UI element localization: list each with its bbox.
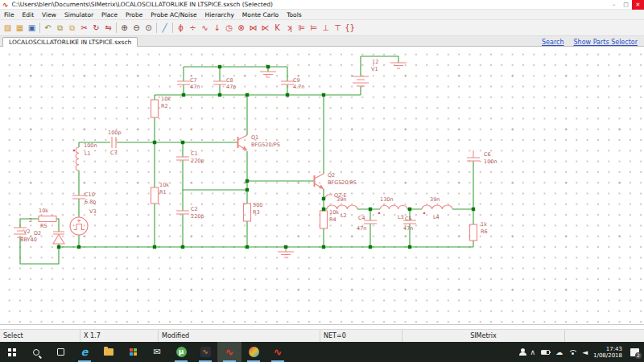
capacitor-C6[interactable] — [467, 150, 480, 161]
clock-time: 17:43 — [606, 346, 622, 352]
schematic-drawing[interactable]: C747nC847pC94.7n12V110kR2100pC3100nL1C10… — [0, 47, 644, 324]
search-link[interactable]: Search — [542, 39, 564, 46]
zoom-area-icon[interactable]: ⊙ — [142, 22, 155, 35]
mirror-icon[interactable]: ⇋ — [102, 22, 114, 35]
task-view-button[interactable] — [48, 342, 72, 362]
menu-place[interactable]: Place — [97, 11, 122, 19]
store-icon-glyph — [130, 348, 133, 352]
capacitor-C2[interactable] — [176, 211, 189, 214]
chevron-up-icon[interactable]: ∧ — [530, 348, 536, 356]
inductor-L1[interactable] — [73, 147, 79, 171]
label-V2: V2 — [23, 228, 31, 235]
people-icon[interactable] — [521, 348, 525, 352]
current-source-tool-icon[interactable]: ↓ — [211, 22, 223, 35]
network-icon[interactable] — [568, 350, 576, 355]
resistor-R1[interactable] — [151, 187, 159, 204]
ground-symbol-top[interactable] — [260, 72, 276, 77]
label-130n: 130n — [380, 196, 394, 203]
menu-hierarchy[interactable]: Hierarchy — [201, 11, 238, 19]
port-tool-icon[interactable]: ⊨ — [308, 22, 320, 35]
braces-tool-icon[interactable]: {} — [344, 22, 356, 35]
resistor-R3[interactable] — [244, 204, 251, 221]
capacitor-C1[interactable] — [176, 157, 189, 160]
rotate-icon[interactable]: ↻ — [90, 22, 102, 35]
menu-edit[interactable]: Edit — [19, 11, 39, 19]
capacitor-C9[interactable] — [281, 81, 294, 84]
menu-file[interactable]: File — [0, 11, 19, 19]
npn-tool-icon[interactable]: K — [271, 22, 283, 35]
ground-symbol-v1[interactable] — [390, 63, 407, 68]
menu-monte-carlo[interactable]: Monte Carlo — [238, 11, 283, 19]
search-button[interactable] — [24, 342, 48, 362]
capacitor-C7[interactable] — [177, 81, 190, 84]
source-V3[interactable] — [70, 217, 88, 235]
zener-tool-icon[interactable]: ⋉ — [259, 22, 271, 35]
close-button[interactable]: ✕ — [632, 0, 644, 10]
lamp-tool-icon[interactable]: ⊗ — [235, 22, 247, 35]
taskbar-clock[interactable]: 17:43 1/08/2018 — [593, 346, 622, 359]
open-icon[interactable]: ▨ — [2, 22, 14, 35]
battery-icon[interactable] — [541, 350, 550, 355]
terminal-Q2-E[interactable] — [324, 195, 332, 198]
diode-D2[interactable] — [53, 232, 64, 244]
ground-tool-icon[interactable]: ÷ — [187, 22, 199, 35]
menu-view[interactable]: View — [38, 11, 60, 19]
schematic-canvas[interactable]: C747nC847pC94.7n12V110kR2100pC3100nL1C10… — [0, 47, 644, 324]
show-parts-selector-link[interactable]: Show Parts Selector — [574, 39, 638, 46]
schematic-tab[interactable]: LOCALOSCILLATORLIKE IN LTSPICE.sxsch — [2, 37, 138, 47]
ltspice-icon[interactable]: ∿ — [193, 342, 217, 362]
inductor-L3[interactable] — [378, 205, 407, 214]
transistor-Q2[interactable] — [315, 174, 324, 189]
action-center-icon[interactable]: 2 — [630, 348, 639, 356]
capacitor-C8[interactable] — [213, 81, 226, 84]
wire-tool-icon[interactable]: ╱ — [159, 22, 171, 35]
capacitor-C3[interactable] — [112, 137, 116, 148]
import-icon[interactable]: ▦ — [14, 22, 26, 35]
rail-tool-icon[interactable]: ⊤ — [332, 22, 344, 35]
menu-tools[interactable]: Tools — [283, 11, 305, 19]
resistor-R5[interactable] — [39, 216, 56, 222]
capacitor-C4[interactable] — [364, 220, 377, 224]
menu-simulator[interactable]: Simulator — [60, 11, 97, 19]
inductor-tool-icon[interactable]: ∿ — [199, 22, 211, 35]
simetrix-2-icon[interactable]: ∿ — [266, 342, 290, 362]
resistor-R2[interactable] — [151, 100, 159, 117]
volume-icon[interactable]: ◄ — [582, 348, 588, 356]
start-button[interactable] — [0, 342, 24, 362]
cut-icon[interactable]: ✂ — [78, 22, 90, 35]
inductor-L4[interactable] — [422, 205, 452, 214]
pnp-tool-icon[interactable]: ʞ — [283, 22, 295, 35]
zoom-in-icon[interactable]: ⊕ — [118, 22, 130, 35]
store-icon[interactable] — [121, 342, 145, 362]
onedrive-icon[interactable]: ☁ — [555, 348, 563, 356]
resistor-R6[interactable] — [470, 224, 477, 241]
label-L4: L4 — [433, 214, 440, 220]
paste-icon[interactable]: ⧉ — [54, 22, 66, 35]
minimize-button[interactable]: – — [608, 0, 620, 10]
paint-icon[interactable] — [242, 342, 266, 362]
utorrent-icon[interactable]: µ — [169, 342, 193, 362]
simetrix-icon[interactable]: ∿ — [217, 342, 242, 362]
wires[interactable] — [20, 56, 473, 264]
maximize-button[interactable]: □ — [620, 0, 632, 10]
toolbar-separator — [172, 23, 173, 33]
terminal-tool-icon[interactable]: ⊫ — [295, 22, 308, 35]
transistor-Q1[interactable] — [238, 135, 248, 150]
component-labels: C747nC847pC94.7n12V110kR2100pC3100nL1C10… — [20, 59, 497, 243]
clock-source-tool-icon[interactable]: ◷ — [223, 22, 235, 35]
resistor-R4[interactable] — [320, 211, 328, 228]
menu-probe[interactable]: Probe — [122, 11, 147, 19]
copy-icon[interactable]: ⧉ — [66, 22, 78, 35]
diode-tool-icon[interactable]: ⋈ — [247, 22, 259, 35]
menu-probe-ac-noise[interactable]: Probe AC/Noise — [147, 11, 200, 19]
gnd-ref-tool-icon[interactable]: ⊥ — [320, 22, 332, 35]
file-explorer-icon[interactable] — [97, 342, 121, 362]
capacitor-C10[interactable] — [72, 195, 85, 199]
save-icon[interactable]: ▣ — [26, 22, 38, 35]
edge-icon[interactable]: e — [72, 342, 97, 362]
undo-icon[interactable]: ↶ — [42, 22, 54, 35]
mail-icon[interactable]: ✉ — [145, 342, 169, 362]
battery-V1[interactable] — [353, 76, 369, 86]
zoom-out-icon[interactable]: ⊖ — [130, 22, 142, 35]
capacitor-tool-icon[interactable]: ϕ — [175, 22, 187, 35]
